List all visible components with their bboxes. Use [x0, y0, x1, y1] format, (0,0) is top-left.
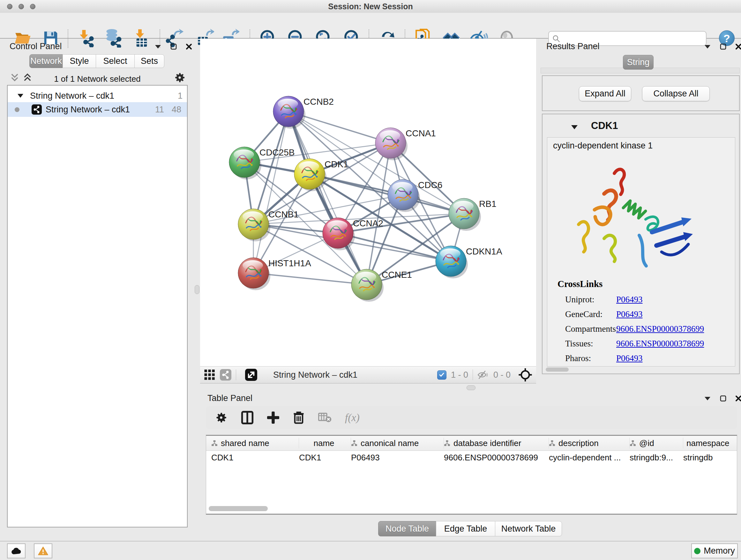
memory-label: Memory: [704, 546, 735, 556]
protein-structure-image: [566, 156, 700, 275]
network-view-toolbar: String Network – cdk1 1 - 0 0 - 0: [200, 366, 536, 383]
results-panel-title: Results Panel: [546, 42, 600, 51]
entry-detail-card: cyclin-dependent kinase 1 CrossLinks Uni…: [547, 137, 735, 367]
network-tree-selected-row[interactable]: String Network – cdk1 11 48: [8, 102, 187, 117]
import-table-from-file-button[interactable]: [131, 27, 152, 49]
delete-column-icon[interactable]: [293, 411, 305, 424]
network-canvas-container: CCNB2CCNA1CDC25BCDK1CDC6RB1CCNB1CCNA2CDK…: [200, 39, 536, 366]
column-header[interactable]: name: [299, 438, 351, 449]
tab-style[interactable]: Style: [63, 54, 96, 68]
network-canvas[interactable]: CCNB2CCNA1CDC25BCDK1CDC6RB1CCNB1CCNA2CDK…: [200, 39, 536, 366]
expand-all-button[interactable]: Expand All: [579, 86, 631, 101]
collapse-all-tree-icon[interactable]: [10, 73, 20, 82]
control-panel-window-icons: [154, 44, 192, 50]
toolbar-divider: [236, 369, 236, 380]
function-builder-icon: f(x): [345, 412, 360, 424]
crosslink-link[interactable]: P06493: [616, 354, 643, 363]
warnings-button[interactable]: [34, 543, 52, 558]
panel-float-icon[interactable]: [720, 44, 726, 50]
tab-string[interactable]: String: [623, 55, 654, 70]
network-collection-label: String Network – cdk1: [30, 91, 114, 101]
control-panel-tabs: NetworkStyleSelectSets: [29, 54, 164, 68]
panel-float-icon[interactable]: [720, 395, 726, 401]
show-columns-icon[interactable]: [241, 411, 254, 425]
panel-close-icon[interactable]: [186, 44, 192, 50]
crosslink-link[interactable]: P06493: [616, 309, 643, 319]
node-label-CDC6: CDC6: [418, 180, 442, 190]
import-network-from-file-button[interactable]: [76, 27, 97, 49]
panel-menu-icon[interactable]: [704, 396, 711, 401]
toolbar-separator: [68, 29, 68, 48]
import-network-from-database-button[interactable]: [103, 27, 124, 49]
column-header[interactable]: database identifier: [444, 438, 549, 449]
left-splitter-handle[interactable]: [195, 285, 199, 294]
grid-view-icon[interactable]: [204, 369, 215, 381]
network-node-CCNE1[interactable]: CCNE1: [351, 269, 412, 302]
tab-sets[interactable]: Sets: [134, 54, 164, 68]
network-item-label: String Network – cdk1: [46, 105, 130, 115]
results-horizontal-scrollbar[interactable]: [546, 368, 569, 372]
column-header[interactable]: shared name: [211, 438, 299, 449]
network-node-CCNA1[interactable]: CCNA1: [375, 128, 436, 160]
collapse-all-button[interactable]: Collapse All: [642, 86, 710, 101]
expand-all-tree-icon[interactable]: [22, 73, 32, 82]
crosslink-label: Pharos:: [565, 354, 616, 363]
add-column-icon[interactable]: [267, 412, 279, 424]
string-network-icon: [31, 105, 42, 115]
panel-menu-icon[interactable]: [154, 44, 161, 49]
cloud-icon: [11, 547, 22, 555]
network-node-CDKN1A[interactable]: CDKN1A: [435, 246, 502, 278]
tab-network[interactable]: Network: [29, 54, 63, 68]
table-settings-gear-icon[interactable]: [215, 411, 227, 424]
network-node-CDC25B[interactable]: CDC25B: [229, 147, 294, 179]
node-label-CCNB2: CCNB2: [304, 97, 334, 107]
crosslink-link[interactable]: 9606.ENSP00000378699: [616, 339, 704, 349]
delete-table-icon: [318, 412, 332, 423]
node-label-CCNA1: CCNA1: [406, 128, 436, 138]
window-title: Session: New Session: [0, 0, 741, 13]
network-node-HIST1H1A[interactable]: HIST1H1A: [238, 258, 311, 290]
crosslink-link[interactable]: 9606.ENSP00000378699: [616, 324, 704, 334]
network-node-RB1[interactable]: RB1: [449, 198, 496, 231]
network-node-CCNA2[interactable]: CCNA2: [323, 218, 383, 250]
main-toolbar: ?: [0, 13, 741, 39]
crosslink-row: Pharos: P06493: [565, 354, 643, 363]
network-node-CDK1[interactable]: CDK1: [294, 159, 348, 191]
column-type-icon: [211, 440, 218, 446]
column-header[interactable]: canonical name: [351, 438, 444, 449]
tab-node-table[interactable]: Node Table: [378, 521, 436, 537]
tab-network-table[interactable]: Network Table: [495, 521, 562, 537]
hidden-items-icon: [477, 370, 489, 380]
network-node-CCNB2[interactable]: CCNB2: [273, 96, 334, 129]
import-database-icon: [104, 28, 123, 48]
network-options-gear-icon[interactable]: [174, 71, 186, 84]
entry-collapse-icon[interactable]: [570, 125, 578, 130]
fit-selected-crosshair-icon[interactable]: [518, 368, 532, 382]
tab-select[interactable]: Select: [96, 54, 135, 68]
horizontal-splitter-handle[interactable]: [467, 385, 475, 390]
table-horizontal-scrollbar[interactable]: [209, 506, 268, 511]
crosslink-row: Tissues: 9606.ENSP00000378699: [565, 339, 704, 349]
panel-close-icon[interactable]: [735, 395, 741, 401]
panel-close-icon[interactable]: [735, 44, 741, 50]
birdseye-view-icon[interactable]: [220, 369, 231, 381]
crosslink-label: Tissues:: [565, 339, 616, 349]
crosslink-label: Uniprot:: [565, 295, 616, 305]
crosslink-link[interactable]: P06493: [616, 295, 643, 305]
crosslink-row: Compartments: 9606.ENSP00000378699: [565, 324, 704, 334]
network-node-CCNB1[interactable]: CCNB1: [238, 209, 299, 241]
cloud-status-button[interactable]: [7, 543, 25, 558]
column-header[interactable]: namespace: [683, 438, 731, 449]
open-in-window-icon[interactable]: [245, 369, 257, 381]
selected-nodes-checkbox[interactable]: [437, 370, 447, 380]
column-header[interactable]: @id: [630, 438, 683, 449]
column-header[interactable]: description: [549, 438, 630, 449]
memory-button[interactable]: Memory: [691, 543, 738, 558]
tree-expand-icon[interactable]: [17, 93, 23, 98]
results-buttons-box: Expand All Collapse All: [542, 75, 740, 111]
table-row[interactable]: CDK1 CDK1 P06493 9606.ENSP00000378699 cy…: [206, 451, 737, 464]
panel-float-icon[interactable]: [171, 44, 177, 50]
panel-menu-icon[interactable]: [704, 44, 711, 49]
network-tree-root-row[interactable]: String Network – cdk1 1: [8, 89, 187, 102]
tab-edge-table[interactable]: Edge Table: [436, 521, 495, 537]
